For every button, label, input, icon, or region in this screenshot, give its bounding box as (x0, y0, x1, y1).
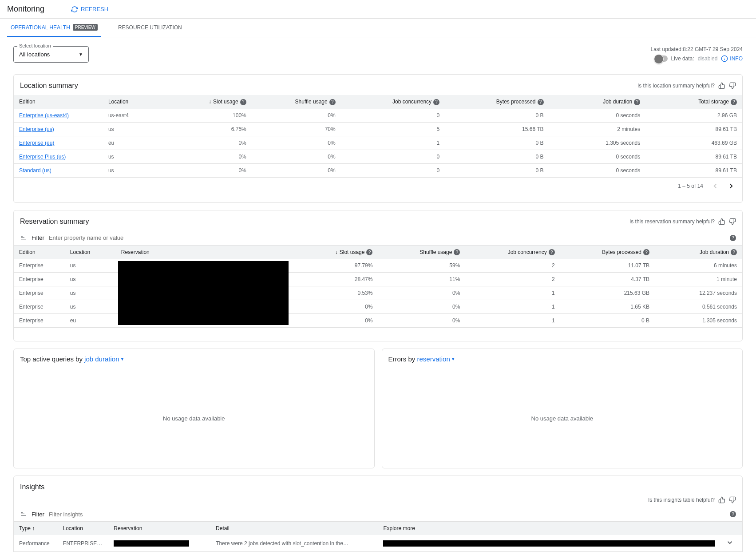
cell-location: us (65, 300, 116, 314)
cell-job-duration: 2 minutes (549, 122, 646, 136)
cell-shuffle-usage: 0% (252, 150, 341, 163)
col-bytes-processed[interactable]: Bytes processed? (560, 246, 655, 259)
cell-shuffle-usage: 0% (378, 300, 465, 314)
col-slot-usage[interactable]: ↓Slot usage? (162, 95, 252, 109)
cell-shuffle-usage: 0% (378, 314, 465, 328)
col-job-concurrency[interactable]: Job concurrency? (465, 246, 560, 259)
thumb-down-icon[interactable] (729, 82, 736, 89)
cell-bytes-processed: 1.65 KB (560, 300, 655, 314)
edition-link[interactable]: Enterprise (eu) (19, 140, 54, 146)
help-icon[interactable]: ? (730, 511, 736, 517)
live-data-toggle[interactable] (655, 56, 668, 62)
select-location-value: All locations (19, 51, 50, 58)
cell-location: us-east4 (103, 109, 162, 123)
insights-panel: Insights Is this insights table helpful?… (13, 476, 743, 552)
cell-slot-usage: 0% (162, 136, 252, 150)
col-reservation[interactable]: Reservation (108, 522, 210, 535)
help-icon[interactable]: ? (433, 99, 439, 105)
chevron-down-icon: ▼ (451, 357, 455, 361)
col-edition[interactable]: Edition (14, 95, 103, 109)
edition-link[interactable]: Enterprise (us-east4) (19, 112, 69, 119)
cell-bytes-processed: 0 B (445, 163, 549, 177)
col-reservation[interactable]: Reservation (116, 246, 291, 259)
edition-link[interactable]: Standard (us) (19, 167, 51, 174)
pager-next-button[interactable] (727, 182, 735, 190)
cell-bytes-processed: 15.66 TB (445, 122, 549, 136)
cell-type: Performance (14, 535, 57, 552)
sort-desc-icon: ↓ (335, 249, 338, 255)
cell-reservation-redacted (108, 535, 210, 552)
col-edition[interactable]: Edition (14, 246, 65, 259)
errors-selector[interactable]: reservation ▼ (417, 355, 455, 363)
table-row[interactable]: Performance ENTERPRISE… There were 2 job… (14, 535, 742, 552)
edition-link[interactable]: Enterprise (us) (19, 126, 54, 132)
cell-job-concurrency: 1 (465, 286, 560, 300)
help-icon[interactable]: ? (731, 249, 737, 255)
col-location[interactable]: Location (65, 246, 116, 259)
thumb-up-icon[interactable] (718, 82, 725, 89)
table-row: Enterprise (us-east4) us-east4 100% 0% 0… (14, 109, 742, 123)
live-data-value: disabled (698, 56, 718, 62)
help-icon[interactable]: ? (730, 235, 736, 241)
table-row: Enterprise us 0.53% 0% 1 215.63 GB 12.23… (14, 286, 742, 300)
col-location[interactable]: Location (57, 522, 108, 535)
tab-resource-utilization[interactable]: RESOURCE UTILIZATION (115, 19, 186, 37)
help-icon[interactable]: ? (329, 99, 336, 105)
helpful-prompt: Is this location summary helpful? (637, 83, 715, 89)
help-icon[interactable]: ? (643, 249, 649, 255)
thumb-up-icon[interactable] (718, 496, 725, 503)
cell-bytes-processed: 4.37 TB (560, 273, 655, 286)
help-icon[interactable]: ? (240, 99, 246, 105)
reservation-summary-table: Edition Location Reservation ↓Slot usage… (14, 246, 742, 328)
cell-reservation-redacted (116, 259, 291, 273)
cell-location: eu (65, 314, 116, 328)
cell-slot-usage: 28.47% (291, 273, 378, 286)
col-job-duration[interactable]: Job duration? (655, 246, 742, 259)
edition-link[interactable]: Enterprise Plus (us) (19, 154, 66, 160)
table-row: Enterprise us 97.79% 59% 2 11.07 TB 6 mi… (14, 259, 742, 273)
insights-filter-input[interactable] (49, 511, 725, 518)
last-updated-value: 8:22 GMT-7 29 Sep 2024 (683, 46, 743, 52)
cell-slot-usage: 0% (291, 314, 378, 328)
expand-row-button[interactable] (720, 535, 742, 552)
col-bytes-processed[interactable]: Bytes processed? (445, 95, 549, 109)
col-job-concurrency[interactable]: Job concurrency? (341, 95, 445, 109)
help-icon[interactable]: ? (549, 249, 555, 255)
cell-job-concurrency: 5 (341, 122, 445, 136)
cell-job-duration: 1 minute (655, 273, 742, 286)
thumb-down-icon[interactable] (729, 496, 736, 503)
cell-total-storage: 2.96 GB (645, 109, 742, 123)
tab-operational-health[interactable]: OPERATIONAL HEALTH PREVIEW (7, 19, 101, 37)
cell-bytes-processed: 11.07 TB (560, 259, 655, 273)
col-total-storage[interactable]: Total storage? (645, 95, 742, 109)
thumb-up-icon[interactable] (718, 218, 725, 225)
help-icon[interactable]: ? (366, 249, 372, 255)
cell-job-duration: 0 seconds (549, 109, 646, 123)
pager-prev-button[interactable] (711, 182, 719, 190)
help-icon[interactable]: ? (731, 99, 737, 105)
col-detail[interactable]: Detail (210, 522, 378, 535)
top-queries-selector[interactable]: job duration ▼ (84, 355, 124, 363)
col-shuffle-usage[interactable]: Shuffle usage? (252, 95, 341, 109)
col-slot-usage[interactable]: ↓Slot usage? (291, 246, 378, 259)
col-shuffle-usage[interactable]: Shuffle usage? (378, 246, 465, 259)
help-icon[interactable]: ? (634, 99, 640, 105)
col-type[interactable]: Type ↑ (14, 522, 57, 535)
help-icon[interactable]: ? (538, 99, 544, 105)
cell-bytes-processed: 0 B (445, 150, 549, 163)
cell-reservation-redacted (116, 314, 291, 328)
refresh-button[interactable]: REFRESH (71, 6, 108, 13)
col-location[interactable]: Location (103, 95, 162, 109)
select-location-dropdown[interactable]: Select location All locations ▼ (13, 46, 89, 63)
info-button[interactable]: INFO (721, 55, 743, 62)
filter-label: Filter (32, 511, 44, 518)
cell-location: eu (103, 136, 162, 150)
cell-edition: Enterprise (14, 273, 65, 286)
col-job-duration[interactable]: Job duration? (549, 95, 646, 109)
top-queries-panel: Top active queries by job duration ▼ No … (13, 349, 375, 468)
col-explore-more[interactable]: Explore more (378, 522, 720, 535)
cell-bytes-processed: 0 B (560, 314, 655, 328)
filter-input[interactable] (49, 234, 725, 241)
thumb-down-icon[interactable] (729, 218, 736, 225)
help-icon[interactable]: ? (454, 249, 460, 255)
